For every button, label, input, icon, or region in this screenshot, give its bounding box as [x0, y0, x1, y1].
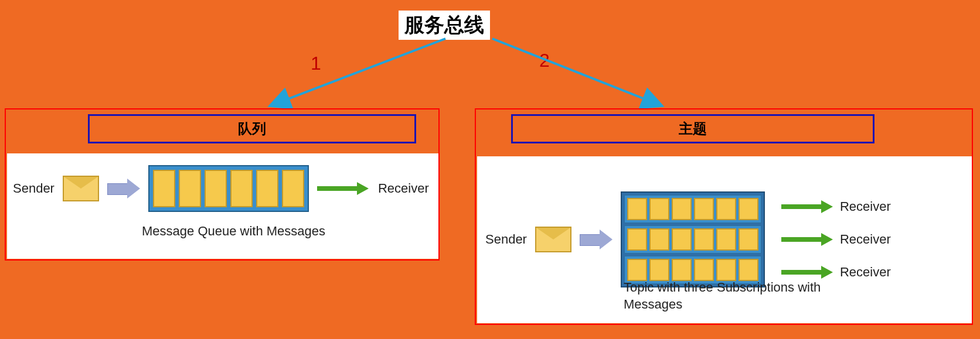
message-icon — [694, 259, 714, 281]
deliver-arrow-icon — [781, 266, 834, 279]
message-icon — [739, 228, 758, 251]
panel-topic: 主题 Sender Receiver — [475, 108, 973, 325]
message-icon — [739, 259, 758, 281]
message-icon — [153, 170, 175, 207]
message-icon — [205, 170, 227, 207]
queue-caption: Message Queue with Messages — [142, 224, 325, 239]
message-icon — [716, 228, 736, 251]
queue-row: Sender Receiver — [13, 165, 429, 212]
message-icon — [716, 198, 736, 220]
message-icon — [649, 198, 669, 220]
receiver-line: Receiver — [781, 265, 891, 280]
message-icon — [230, 170, 253, 207]
message-icon — [627, 198, 647, 220]
envelope-icon — [63, 176, 99, 201]
message-icon — [649, 259, 669, 281]
send-arrow-icon — [107, 179, 140, 198]
message-icon — [694, 198, 714, 220]
branch-label-1: 1 — [311, 53, 321, 74]
message-icon — [649, 228, 669, 251]
message-icon — [179, 170, 201, 207]
message-icon — [694, 228, 714, 251]
panel-queue: 队列 Sender Receiver Message Queue with Me… — [5, 108, 440, 261]
receiver-label: Receiver — [378, 181, 429, 196]
message-icon — [672, 198, 692, 220]
branch-label-2: 2 — [539, 50, 550, 71]
receivers-column: Receiver Receiver Receiver — [781, 199, 891, 280]
queue-body: Sender Receiver Message Queue with Messa… — [7, 153, 438, 259]
svg-line-0 — [270, 39, 445, 106]
message-icon — [627, 228, 647, 251]
queue-block — [148, 165, 309, 212]
message-icon — [672, 228, 692, 251]
topic-row: Sender Receiver — [485, 191, 891, 287]
send-arrow-icon — [580, 230, 612, 249]
message-icon — [256, 170, 278, 207]
topic-caption: Topic with three Subscriptions with Mess… — [624, 279, 835, 313]
envelope-icon — [535, 227, 571, 252]
deliver-arrow-icon — [781, 233, 834, 246]
receiver-label: Receiver — [840, 265, 891, 280]
subscription-row — [624, 225, 761, 254]
deliver-arrow-icon — [317, 182, 370, 195]
diagram-title: 服务总线 — [399, 11, 490, 40]
receiver-line: Receiver — [781, 199, 891, 214]
receiver-line: Receiver — [781, 232, 891, 247]
deliver-arrow-icon — [781, 200, 834, 213]
svg-line-1 — [492, 39, 662, 106]
heading-queue: 队列 — [88, 114, 416, 143]
message-icon — [739, 198, 758, 220]
arrow-to-queue — [258, 33, 457, 115]
topic-body: Sender Receiver — [477, 156, 972, 323]
message-icon — [282, 170, 304, 207]
message-icon — [672, 259, 692, 281]
topic-block — [621, 191, 765, 287]
heading-topic: 主题 — [511, 114, 874, 143]
subscription-row — [624, 195, 761, 223]
receiver-label: Receiver — [840, 199, 891, 214]
receiver-label: Receiver — [840, 232, 891, 247]
sender-label: Sender — [13, 181, 55, 196]
message-icon — [716, 259, 736, 281]
arrow-to-topic — [486, 33, 686, 115]
sender-label: Sender — [485, 232, 527, 247]
message-icon — [627, 259, 647, 281]
